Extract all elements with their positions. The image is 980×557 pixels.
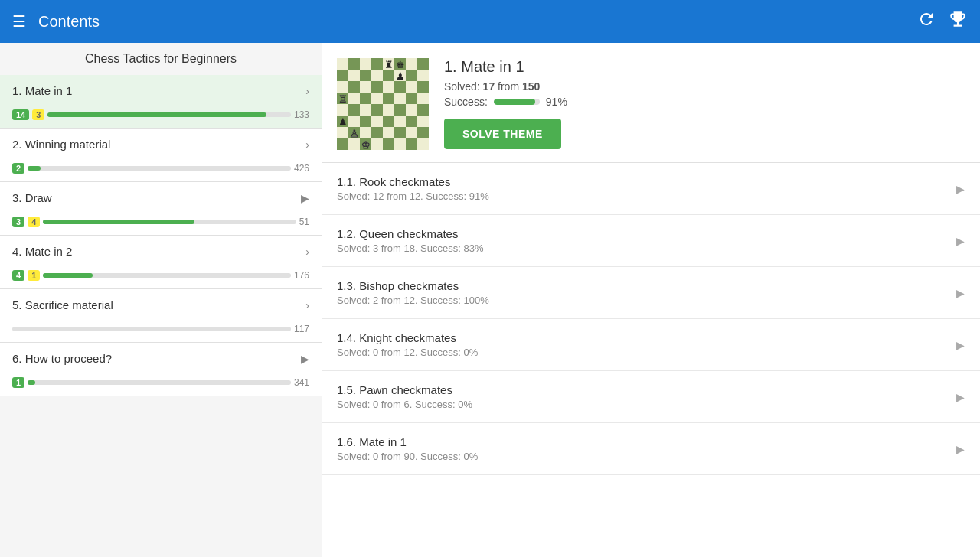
sub-item-detail: Solved: 0 from 90. Success: 0% [337, 451, 956, 462]
svg-rect-16 [417, 93, 429, 104]
item-count: 117 [294, 324, 309, 334]
svg-rect-19 [383, 104, 394, 116]
success-pct: 91% [546, 96, 567, 108]
svg-rect-9 [337, 81, 348, 93]
sub-item-info: 1.5. Pawn checkmates Solved: 0 from 6. S… [337, 383, 956, 410]
badge-green: 1 [12, 377, 24, 388]
sidebar-arrow-icon: ▶ [301, 353, 309, 365]
header-actions [917, 9, 968, 34]
sub-item-1[interactable]: 1.1. Rook checkmates Solved: 12 from 12.… [322, 163, 980, 215]
svg-rect-11 [383, 81, 394, 93]
item-count: 176 [294, 270, 309, 281]
svg-rect-17 [337, 104, 348, 116]
sub-item-arrow-icon: ▶ [956, 183, 965, 195]
app-header: ☰ Contents [0, 0, 980, 43]
sub-item-title: 1.6. Mate in 1 [337, 435, 956, 448]
svg-rect-12 [406, 81, 417, 93]
svg-text:♚: ♚ [396, 59, 405, 70]
sub-item-arrow-icon: ▶ [956, 443, 965, 455]
svg-text:♟: ♟ [338, 116, 348, 128]
sub-item-6[interactable]: 1.6. Mate in 1 Solved: 0 from 90. Succes… [322, 423, 980, 475]
sidebar-item-label: 6. How to proceed? [12, 352, 112, 365]
svg-rect-21 [348, 116, 360, 127]
sidebar-item-5[interactable]: 5. Sacrifice material › 117 [0, 289, 322, 343]
sub-item-title: 1.3. Bishop checkmates [337, 279, 956, 292]
sub-item-5[interactable]: 1.5. Pawn checkmates Solved: 0 from 6. S… [322, 371, 980, 423]
sub-item-arrow-icon: ▶ [956, 287, 965, 299]
sidebar-item-1[interactable]: 1. Mate in 1 › 143133 [0, 75, 322, 129]
item-count: 426 [294, 163, 309, 174]
sub-item-detail: Solved: 2 from 12. Success: 100% [337, 295, 956, 306]
badge-green: 4 [12, 270, 24, 281]
badge-green: 2 [12, 163, 24, 174]
sidebar-item-3[interactable]: 3. Draw ▶ 3451 [0, 182, 322, 236]
badge-green: 14 [12, 109, 29, 120]
refresh-icon[interactable] [917, 10, 936, 33]
sidebar-arrow-icon: ▶ [301, 192, 309, 204]
svg-rect-22 [371, 116, 383, 127]
svg-text:♙: ♙ [350, 128, 359, 139]
svg-rect-28 [406, 127, 417, 138]
progress-bar-track [43, 273, 291, 278]
sidebar-arrow-icon: › [305, 85, 309, 97]
svg-rect-23 [394, 116, 406, 127]
sidebar-item-2[interactable]: 2. Winning material › 2426 [0, 129, 322, 182]
trophy-icon[interactable] [948, 9, 968, 34]
sidebar-item-bar-row: 143133 [0, 106, 322, 128]
sidebar-items-container: 1. Mate in 1 › 143133 2. Winning materia… [0, 75, 322, 396]
sub-item-info: 1.1. Rook checkmates Solved: 12 from 12.… [337, 175, 956, 202]
svg-rect-2 [360, 58, 371, 70]
sidebar-item-label: 2. Winning material [12, 138, 110, 151]
sub-item-detail: Solved: 0 from 6. Success: 0% [337, 399, 956, 410]
svg-rect-10 [360, 81, 371, 93]
sidebar-item-4[interactable]: 4. Mate in 2 › 41176 [0, 236, 322, 289]
sub-item-title: 1.1. Rook checkmates [337, 175, 956, 188]
sub-item-info: 1.4. Knight checkmates Solved: 0 from 12… [337, 331, 956, 358]
item-count: 51 [299, 217, 309, 227]
sidebar-arrow-icon: › [305, 299, 309, 311]
content-success-row: Success: 91% [444, 96, 965, 108]
content-panel: ♜ ♚ ♟ ♖ ♟ ♙ ♔ 1. Mate in 1 Solved: 17 fr… [322, 43, 980, 557]
badge-yellow: 1 [28, 270, 40, 281]
sub-item-title: 1.5. Pawn checkmates [337, 383, 956, 396]
sub-item-detail: Solved: 0 from 12. Success: 0% [337, 347, 956, 358]
success-bar-fill [494, 99, 536, 105]
svg-rect-6 [371, 70, 383, 81]
svg-rect-1 [337, 58, 348, 70]
solve-theme-button[interactable]: SOLVE THEME [444, 119, 561, 149]
svg-text:♜: ♜ [384, 59, 394, 70]
sub-item-4[interactable]: 1.4. Knight checkmates Solved: 0 from 12… [322, 319, 980, 371]
sub-item-detail: Solved: 3 from 18. Success: 83% [337, 243, 956, 254]
progress-bar-track [28, 166, 291, 171]
sub-item-2[interactable]: 1.2. Queen checkmates Solved: 3 from 18.… [322, 215, 980, 267]
svg-rect-29 [348, 138, 360, 150]
svg-rect-24 [417, 116, 429, 127]
success-bar [494, 99, 540, 105]
main-container: Chess Tactics for Beginners 1. Mate in 1… [0, 43, 980, 557]
sub-item-3[interactable]: 1.3. Bishop checkmates Solved: 2 from 12… [322, 267, 980, 319]
chess-thumbnail: ♜ ♚ ♟ ♖ ♟ ♙ ♔ [337, 58, 429, 150]
item-count: 133 [294, 109, 309, 120]
sidebar-item-bar-row: 3451 [0, 213, 322, 235]
sub-item-arrow-icon: ▶ [956, 391, 965, 403]
sidebar-title: Chess Tactics for Beginners [0, 43, 322, 75]
sub-item-info: 1.2. Queen checkmates Solved: 3 from 18.… [337, 227, 956, 254]
svg-rect-13 [348, 93, 360, 104]
sub-item-title: 1.2. Queen checkmates [337, 227, 956, 240]
badge-yellow: 4 [28, 217, 40, 227]
sub-item-info: 1.3. Bishop checkmates Solved: 2 from 12… [337, 279, 956, 306]
menu-icon[interactable]: ☰ [12, 12, 26, 31]
sidebar-item-6[interactable]: 6. How to proceed? ▶ 1341 [0, 343, 322, 396]
svg-rect-26 [360, 127, 371, 138]
content-info: 1. Mate in 1 Solved: 17 from 150 Success… [444, 58, 965, 149]
item-count: 341 [294, 377, 309, 388]
svg-text:♔: ♔ [361, 139, 371, 150]
header-title: Contents [38, 13, 917, 31]
success-label: Success: [444, 96, 488, 108]
content-main-title: 1. Mate in 1 [444, 58, 965, 76]
sidebar-item-label: 4. Mate in 2 [12, 245, 72, 258]
content-header: ♜ ♚ ♟ ♖ ♟ ♙ ♔ 1. Mate in 1 Solved: 17 fr… [322, 43, 980, 163]
progress-bar-track [12, 327, 291, 331]
svg-rect-8 [417, 70, 429, 81]
svg-rect-20 [406, 104, 417, 116]
